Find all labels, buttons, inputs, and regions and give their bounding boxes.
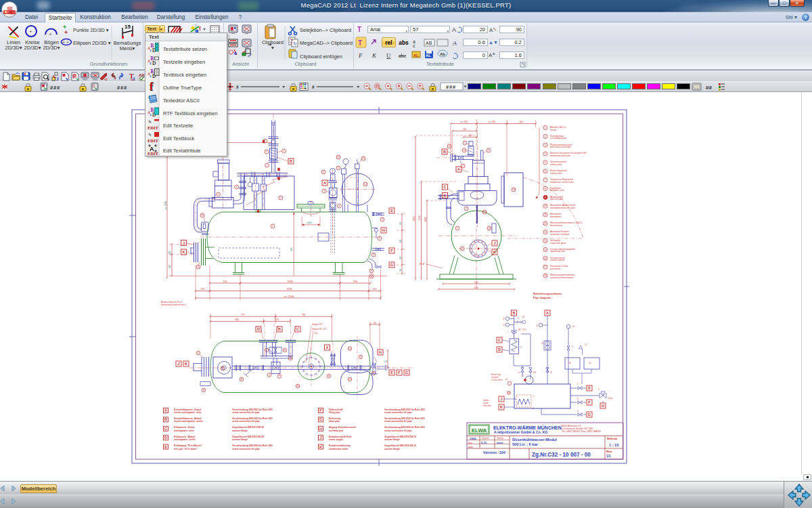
svg-text:Version -104: Version -104 bbox=[483, 450, 506, 454]
svg-text:K: K bbox=[493, 250, 496, 254]
svg-text:9: 9 bbox=[382, 218, 383, 221]
svg-text:10: 10 bbox=[572, 325, 575, 328]
svg-text:A: A bbox=[326, 345, 329, 350]
svg-text:condensate outlet: condensate outlet bbox=[329, 448, 348, 450]
svg-text:A: A bbox=[452, 40, 457, 47]
svg-text:E: E bbox=[164, 445, 167, 449]
svg-text:###: ### bbox=[117, 85, 127, 91]
svg-text:Tel. (089) 582021 Fax: (089): Tel. (089) 582021 Fax: (089) 588041 bbox=[562, 430, 601, 433]
svg-text:3298: 3298 bbox=[288, 280, 293, 283]
svg-text:ø450: ø450 bbox=[307, 221, 312, 224]
svg-text:Maßstab: Maßstab bbox=[607, 438, 618, 440]
svg-text:14: 14 bbox=[364, 183, 367, 186]
svg-text:safety valve: safety valve bbox=[550, 172, 562, 175]
svg-text:2: 2 bbox=[218, 193, 219, 196]
svg-text:15: 15 bbox=[125, 24, 131, 30]
svg-text:Gegenflansch DIN 2576 DN 15: Gegenflansch DIN 2576 DN 15 bbox=[384, 444, 416, 447]
svg-text:1: 1 bbox=[545, 127, 546, 129]
svg-text:Dampfanschluß 8 bar: Dampfanschluß 8 bar bbox=[329, 436, 352, 438]
svg-text:1: 1 bbox=[284, 150, 285, 152]
svg-text:6: 6 bbox=[545, 170, 546, 173]
svg-text:4: 4 bbox=[545, 152, 546, 155]
svg-text:500 Ltr. ; 6 bar: 500 Ltr. ; 6 bar bbox=[512, 442, 539, 446]
svg-text:258: 258 bbox=[353, 280, 357, 283]
svg-text:16: 16 bbox=[505, 378, 508, 381]
svg-text:+: + bbox=[49, 31, 52, 37]
svg-text:screw connection für pi: screw connection für pipe bbox=[232, 411, 260, 414]
svg-text:381: 381 bbox=[399, 239, 402, 242]
svg-text:5: 5 bbox=[598, 388, 600, 391]
svg-text:f: f bbox=[150, 81, 154, 92]
svg-text:Düsenkühlwasser -Zulauf-: Düsenkühlwasser -Zulauf- bbox=[174, 408, 202, 411]
svg-text:manometer/shut-off valve: manometer/shut-off valve bbox=[550, 207, 575, 209]
svg-text:17: 17 bbox=[544, 266, 547, 268]
svg-text:5: 5 bbox=[488, 149, 489, 152]
svg-text:K: K bbox=[183, 250, 185, 254]
svg-text:4: 4 bbox=[339, 205, 340, 207]
svg-text:G: G bbox=[319, 417, 322, 421]
svg-text:filling pipe: filling pipe bbox=[329, 411, 340, 414]
svg-text:3: 3 bbox=[545, 144, 546, 147]
svg-text:14: 14 bbox=[544, 240, 547, 242]
svg-text:1: 1 bbox=[269, 374, 270, 377]
svg-text:13: 13 bbox=[522, 316, 525, 318]
svg-text:8: 8 bbox=[371, 270, 372, 272]
svg-text:nozzle coolingwater -inlet-: nozzle coolingwater -inlet- bbox=[174, 411, 202, 414]
svg-text:2: 2 bbox=[522, 375, 524, 377]
svg-text:##: ## bbox=[706, 85, 712, 91]
svg-text:Ab: Ab bbox=[440, 52, 445, 56]
svg-text:Kühlwasser -Ablauf-: Kühlwasser -Ablauf- bbox=[174, 436, 196, 438]
svg-text:15: 15 bbox=[544, 249, 547, 251]
svg-text:plate heat-exchanger: plate heat-exchanger bbox=[550, 146, 572, 148]
svg-text:8: 8 bbox=[373, 253, 374, 256]
svg-text:manometer: manometer bbox=[550, 215, 562, 218]
svg-text:AL: AL bbox=[413, 54, 419, 58]
svg-text:Zg.Nr.C32 - 10 007 - 00: Zg.Nr.C32 - 10 007 - 00 bbox=[532, 452, 591, 458]
svg-text:381: 381 bbox=[168, 251, 171, 255]
svg-text:a: a bbox=[493, 51, 495, 56]
svg-text:Verschraubung DIN 2353 für Roh: Verschraubung DIN 2353 für Rohr D25 bbox=[232, 417, 273, 420]
svg-text:771: 771 bbox=[241, 314, 245, 316]
svg-text:A: A bbox=[452, 26, 456, 33]
svg-text:gepr.: gepr. bbox=[468, 446, 474, 448]
svg-text:S: S bbox=[74, 75, 76, 79]
svg-text:10: 10 bbox=[463, 149, 466, 152]
svg-text:8: 8 bbox=[577, 398, 579, 400]
svg-text:+: + bbox=[64, 29, 68, 36]
svg-text:12: 12 bbox=[585, 343, 587, 346]
svg-text:screw connection für pi: screw connection für pipe bbox=[232, 420, 260, 423]
svg-text:counter flange: counter flange bbox=[384, 448, 400, 450]
svg-text:▼: ▼ bbox=[493, 40, 498, 45]
svg-text:11: 11 bbox=[544, 213, 547, 216]
svg-text:C: C bbox=[164, 427, 167, 431]
svg-text:1020: 1020 bbox=[424, 217, 427, 222]
svg-text:7: 7 bbox=[545, 179, 546, 182]
svg-text:Datum: Datum bbox=[482, 437, 489, 440]
svg-text:10: 10 bbox=[544, 205, 547, 207]
svg-text:250: 250 bbox=[168, 265, 171, 269]
svg-text:A: A bbox=[164, 408, 167, 412]
svg-text:Düsenkühlwasser-Modul: Düsenkühlwasser-Modul bbox=[512, 438, 557, 442]
svg-text:B: B bbox=[164, 417, 167, 421]
svg-text:17: 17 bbox=[503, 318, 505, 320]
svg-text:15: 15 bbox=[348, 378, 351, 381]
svg-text:D: D bbox=[498, 347, 501, 352]
svg-text:150: 150 bbox=[399, 256, 402, 259]
svg-text:Gegenflansch DIN 2573 DN 32: Gegenflansch DIN 2573 DN 32 bbox=[232, 426, 264, 429]
svg-text:1410: 1410 bbox=[413, 216, 415, 221]
svg-text:B: B bbox=[278, 327, 281, 331]
svg-text:i: i bbox=[133, 76, 135, 82]
svg-text:ca. 2500: ca. 2500 bbox=[284, 295, 294, 298]
svg-text:c: c bbox=[413, 43, 415, 48]
svg-text:15: 15 bbox=[348, 347, 351, 350]
svg-text:8: 8 bbox=[545, 188, 546, 190]
svg-text:Pipe diagram :: Pipe diagram : bbox=[533, 296, 553, 299]
svg-text:coolingwater -outlet-: coolingwater -outlet- bbox=[174, 438, 196, 441]
svg-text:5: 5 bbox=[577, 383, 579, 385]
svg-text:11: 11 bbox=[337, 167, 340, 169]
svg-text:J: J bbox=[319, 436, 321, 440]
svg-text:16: 16 bbox=[512, 188, 515, 191]
svg-text:E: E bbox=[390, 209, 393, 213]
svg-text:18: 18 bbox=[544, 274, 547, 277]
svg-text:Rohrleitungsschema :: Rohrleitungsschema : bbox=[533, 292, 563, 295]
